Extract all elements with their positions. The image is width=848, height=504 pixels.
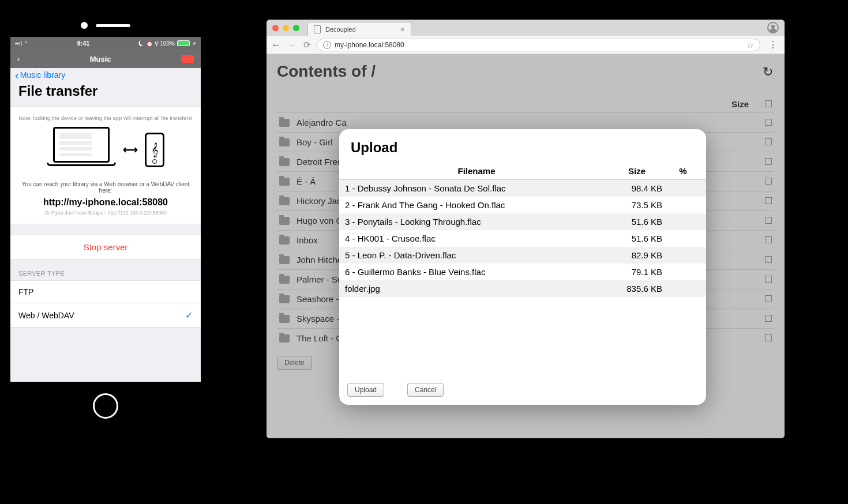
- stop-server-button[interactable]: Stop server: [10, 235, 201, 259]
- upload-filename: folder.jpg: [345, 284, 608, 294]
- upload-filename: 6 - Guillermo Banks - Blue Veins.flac: [345, 267, 608, 277]
- upload-row: folder.jpg835.6 KB: [339, 280, 706, 297]
- modal-title: Upload: [339, 129, 706, 163]
- bg-title: Music: [90, 55, 111, 63]
- address-bar-row: ← → ⟳ i my-iphone.local:58080 ☆ ⋮: [267, 36, 785, 54]
- upload-percent: [666, 234, 700, 243]
- server-type-option-ftp[interactable]: FTP: [10, 280, 201, 303]
- upload-size: 51.6 KB: [608, 217, 666, 227]
- upload-size: 73.5 KB: [608, 200, 666, 210]
- tab-strip: Decoupled ×: [267, 20, 785, 36]
- upload-filename: 2 - Frank And The Gang - Hooked On.flac: [345, 200, 608, 210]
- browser-tab[interactable]: Decoupled ×: [307, 22, 411, 36]
- warning-note: Note: locking the device or leaving the …: [16, 115, 195, 121]
- bonjour-note: Or if you don't have Bonjour: http://192…: [16, 210, 195, 216]
- treble-clef-icon: 𝄞: [151, 142, 159, 157]
- sync-arrows-icon: ⟷: [123, 144, 138, 156]
- cancel-button[interactable]: Cancel: [407, 383, 444, 397]
- upload-filename: 1 - Debussy Johnson - Sonata De Sol.flac: [345, 183, 608, 193]
- traffic-lights: [272, 25, 299, 31]
- col-size: Size: [608, 166, 666, 176]
- upload-percent: [666, 183, 700, 193]
- upload-filename: 3 - Ponytails - Looking Through.flac: [345, 217, 608, 227]
- site-info-icon[interactable]: i: [323, 41, 331, 49]
- forward-button[interactable]: →: [287, 40, 297, 50]
- menu-button[interactable]: ⋮: [766, 39, 780, 50]
- option-label: Web / WebDAV: [18, 311, 74, 320]
- upload-filename: 4 - HK001 - Crusoe.flac: [345, 234, 608, 243]
- back-link[interactable]: ‹ Music library: [15, 69, 65, 81]
- option-label: FTP: [18, 287, 33, 296]
- upload-percent: [666, 284, 700, 294]
- phone-device: ••ıl ⌃ 9:41 ⏾ ⏰ ⚲ 100% ⚡︎ ‹ Music ‹ Musi…: [10, 22, 201, 419]
- upload-size: 82.9 KB: [608, 250, 666, 260]
- phone-icon: 𝄞: [145, 133, 164, 167]
- document-icon: [314, 25, 321, 33]
- modal-footer: Upload Cancel: [339, 377, 706, 405]
- status-icons: ⏾ ⏰ ⚲ 100%: [138, 40, 175, 47]
- sheet-title: File transfer: [10, 83, 201, 106]
- reload-button[interactable]: ⟳: [303, 40, 311, 50]
- camera-dot: [81, 22, 88, 29]
- upload-percent: [666, 250, 700, 260]
- back-label: Music library: [20, 70, 66, 80]
- minimize-window-button[interactable]: [283, 25, 289, 31]
- upload-percent: [666, 267, 700, 277]
- address-field[interactable]: i my-iphone.local:58080 ☆: [317, 39, 760, 51]
- upload-percent: [666, 217, 700, 227]
- back-button[interactable]: ←: [271, 40, 280, 50]
- server-url: http://my-iphone.local:58080: [16, 197, 195, 208]
- background-app-header: ‹ Music: [10, 50, 201, 68]
- chevron-left-icon: ‹: [15, 69, 19, 81]
- checkmark-icon: ✓: [185, 310, 193, 321]
- phone-hardware-top: [10, 22, 201, 29]
- laptop-icon: [47, 127, 116, 173]
- col-filename: Filename: [345, 166, 608, 176]
- page-viewport: Contents of / ↻ Size Alejandro CaBoy - G…: [267, 54, 785, 438]
- home-button[interactable]: [93, 393, 118, 419]
- upload-row: 2 - Frank And The Gang - Hooked On.flac7…: [339, 197, 706, 213]
- server-type-option-webdav[interactable]: Web / WebDAV ✓: [10, 303, 201, 328]
- browser-window: Decoupled × ← → ⟳ i my-iphone.local:5808…: [267, 20, 785, 438]
- bg-right-icon: [181, 55, 194, 63]
- upload-table: Filename Size % 1 - Debussy Johnson - So…: [339, 163, 706, 377]
- col-percent: %: [666, 166, 700, 176]
- phone-screen: ••ıl ⌃ 9:41 ⏾ ⏰ ⚲ 100% ⚡︎ ‹ Music ‹ Musi…: [10, 37, 201, 382]
- speaker-slot: [96, 24, 130, 27]
- transfer-illustration: ⟷ 𝄞: [16, 127, 195, 173]
- status-left: ••ıl ⌃: [15, 40, 28, 47]
- upload-table-header: Filename Size %: [339, 163, 706, 180]
- maximize-window-button[interactable]: [293, 25, 299, 31]
- tab-title: Decoupled: [325, 26, 356, 33]
- status-right: ⏾ ⏰ ⚲ 100% ⚡︎: [138, 40, 196, 47]
- nav-buttons: ← → ⟳: [271, 40, 311, 50]
- upload-row: 5 - Leon P. - Data-Driven.flac82.9 KB: [339, 247, 706, 264]
- upload-size: 98.4 KB: [608, 183, 666, 193]
- reach-text: You can reach your library via a Web bro…: [16, 181, 195, 194]
- status-time: 9:41: [77, 40, 89, 47]
- server-type-label: SERVER TYPE: [10, 259, 201, 280]
- upload-size: 51.6 KB: [608, 234, 666, 243]
- battery-icon: [177, 40, 190, 46]
- upload-size: 79.1 KB: [608, 267, 666, 277]
- upload-size: 835.6 KB: [608, 284, 666, 294]
- close-tab-icon[interactable]: ×: [400, 25, 405, 34]
- upload-percent: [666, 200, 700, 210]
- bookmark-star-icon[interactable]: ☆: [746, 40, 754, 50]
- upload-row: 1 - Debussy Johnson - Sonata De Sol.flac…: [339, 180, 706, 197]
- upload-row: 4 - HK001 - Crusoe.flac51.6 KB: [339, 230, 706, 247]
- profile-avatar-icon[interactable]: [767, 22, 779, 33]
- upload-row: 3 - Ponytails - Looking Through.flac51.6…: [339, 213, 706, 230]
- upload-modal: Upload Filename Size % 1 - Debussy Johns…: [339, 129, 706, 405]
- upload-filename: 5 - Leon P. - Data-Driven.flac: [345, 250, 608, 260]
- upload-row: 6 - Guillermo Banks - Blue Veins.flac79.…: [339, 264, 706, 280]
- bg-back-icon: ‹: [17, 55, 20, 63]
- upload-button[interactable]: Upload: [347, 383, 384, 397]
- info-card: Note: locking the device or leaving the …: [10, 106, 201, 224]
- close-window-button[interactable]: [272, 25, 279, 31]
- charging-icon: ⚡︎: [192, 40, 196, 47]
- address-text: my-iphone.local:58080: [335, 41, 404, 49]
- status-bar: ••ıl ⌃ 9:41 ⏾ ⏰ ⚲ 100% ⚡︎: [10, 37, 201, 50]
- modal-sheet: ‹ Music library File transfer Note: lock…: [10, 65, 201, 381]
